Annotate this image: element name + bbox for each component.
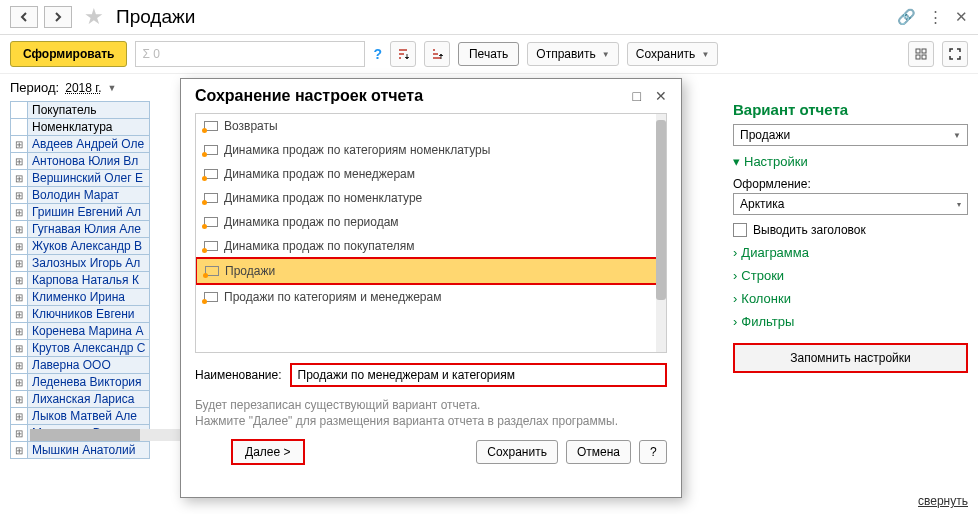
table-row[interactable]: Ключников Евгени (28, 306, 150, 323)
horizontal-scrollbar[interactable] (30, 429, 180, 441)
table-row[interactable]: Леденева Виктория (28, 374, 150, 391)
list-item[interactable]: Продажи по категориям и менеджерам (196, 285, 666, 309)
grid-icon-button[interactable] (908, 41, 934, 67)
table-row[interactable]: Карпова Наталья К (28, 272, 150, 289)
table-row[interactable]: Мышкин Анатолий (28, 442, 150, 459)
chevron-right-icon: › (733, 245, 737, 260)
diagram-section[interactable]: ›Диаграмма (733, 245, 968, 260)
table-row[interactable]: Вершинский Олег Е (28, 170, 150, 187)
list-item[interactable]: Динамика продаж по категориям номенклату… (196, 138, 666, 162)
list-item[interactable]: Динамика продаж по номенклатуре (196, 186, 666, 210)
chevron-right-icon: › (733, 291, 737, 306)
close-page-icon[interactable]: ✕ (955, 8, 968, 26)
table-row[interactable]: Лыков Матвей Але (28, 408, 150, 425)
svg-rect-0 (916, 49, 920, 53)
link-icon[interactable]: 🔗 (897, 8, 916, 26)
help-icon[interactable]: ? (373, 46, 382, 62)
expand-icon[interactable]: ⊞ (11, 323, 28, 340)
variant-select[interactable]: Продажи▼ (733, 124, 968, 146)
expand-icon[interactable]: ⊞ (11, 204, 28, 221)
maximize-icon[interactable]: □ (633, 88, 641, 104)
table-row[interactable]: Володин Марат (28, 187, 150, 204)
sigma-field[interactable]: Σ 0 (135, 41, 365, 67)
expand-icon[interactable]: ⊞ (11, 289, 28, 306)
period-value[interactable]: 2018 г. (65, 81, 101, 95)
chevron-right-icon: › (733, 314, 737, 329)
table-row[interactable]: Лиханская Лариса (28, 391, 150, 408)
report-icon (205, 266, 217, 276)
fullscreen-button[interactable] (942, 41, 968, 67)
chevron-down-icon: ▼ (602, 50, 610, 59)
generate-button[interactable]: Сформировать (10, 41, 127, 67)
forward-button[interactable] (44, 6, 72, 28)
list-item[interactable]: Возвраты (196, 114, 666, 138)
expand-icon[interactable]: ⊞ (11, 442, 28, 459)
vertical-scrollbar[interactable] (656, 114, 666, 352)
chevron-down-icon: ▼ (953, 131, 961, 140)
checkbox-icon (733, 223, 747, 237)
dialog-title: Сохранение настроек отчета (195, 87, 423, 105)
name-input[interactable]: Продажи по менеджерам и категориям (290, 363, 667, 387)
svg-rect-3 (922, 55, 926, 59)
expand-icon[interactable]: ⊞ (11, 340, 28, 357)
period-dropdown-icon[interactable]: ▼ (108, 83, 117, 93)
expand-icon[interactable]: ⊞ (11, 391, 28, 408)
table-row[interactable]: Залозных Игорь Ал (28, 255, 150, 272)
dialog-help-button[interactable]: ? (639, 440, 667, 464)
close-icon[interactable]: ✕ (655, 88, 667, 104)
table-row[interactable]: Гришин Евгений Ал (28, 204, 150, 221)
table-row[interactable]: Клименко Ирина (28, 289, 150, 306)
table-row[interactable]: Жуков Александр В (28, 238, 150, 255)
table-row[interactable]: Коренева Марина А (28, 323, 150, 340)
expand-icon[interactable]: ⊞ (11, 425, 28, 442)
favorite-icon[interactable]: ★ (84, 4, 104, 30)
expand-icon[interactable]: ⊞ (11, 238, 28, 255)
col-nomenclature: Номенклатура (28, 119, 150, 136)
warning-text: Будет перезаписан существующий вариант о… (195, 397, 667, 429)
table-row[interactable]: Антонова Юлия Вл (28, 153, 150, 170)
remember-settings-button[interactable]: Запомнить настройки (733, 343, 968, 373)
sort-asc-button[interactable] (390, 41, 416, 67)
report-icon (204, 169, 216, 179)
send-button[interactable]: Отправить▼ (527, 42, 618, 66)
expand-icon[interactable]: ⊞ (11, 255, 28, 272)
print-button[interactable]: Печать (458, 42, 519, 66)
list-item[interactable]: Продажи (195, 257, 660, 285)
save-dropdown-button[interactable]: Сохранить▼ (627, 42, 719, 66)
report-icon (204, 145, 216, 155)
report-icon (204, 193, 216, 203)
expand-icon[interactable]: ⊞ (11, 170, 28, 187)
back-button[interactable] (10, 6, 38, 28)
expand-icon[interactable]: ⊞ (11, 272, 28, 289)
report-icon (204, 217, 216, 227)
dialog-cancel-button[interactable]: Отмена (566, 440, 631, 464)
show-header-checkbox[interactable]: Выводить заголовок (733, 223, 968, 237)
sort-desc-button[interactable] (424, 41, 450, 67)
more-icon[interactable]: ⋮ (928, 8, 943, 26)
table-row[interactable]: Гугнавая Юлия Але (28, 221, 150, 238)
next-button[interactable]: Далее > (231, 439, 305, 465)
expand-icon[interactable]: ⊞ (11, 136, 28, 153)
period-label: Период: (10, 80, 59, 95)
list-item[interactable]: Динамика продаж по периодам (196, 210, 666, 234)
list-item[interactable]: Динамика продаж по менеджерам (196, 162, 666, 186)
table-row[interactable]: Авдеев Андрей Оле (28, 136, 150, 153)
expand-icon[interactable]: ⊞ (11, 374, 28, 391)
expand-icon[interactable]: ⊞ (11, 153, 28, 170)
expand-icon[interactable]: ⊞ (11, 357, 28, 374)
chevron-down-icon: ▼ (701, 50, 709, 59)
columns-section[interactable]: ›Колонки (733, 291, 968, 306)
settings-section[interactable]: ▾Настройки (733, 154, 968, 169)
dialog-save-button[interactable]: Сохранить (476, 440, 558, 464)
filters-section[interactable]: ›Фильтры (733, 314, 968, 329)
list-item[interactable]: Динамика продаж по покупателям (196, 234, 666, 258)
style-select[interactable]: Арктика▾ (733, 193, 968, 215)
expand-icon[interactable]: ⊞ (11, 187, 28, 204)
table-row[interactable]: Крутов Александр С (28, 340, 150, 357)
expand-icon[interactable]: ⊞ (11, 221, 28, 238)
table-row[interactable]: Лаверна ООО (28, 357, 150, 374)
collapse-link[interactable]: свернуть (918, 494, 968, 508)
expand-icon[interactable]: ⊞ (11, 306, 28, 323)
rows-section[interactable]: ›Строки (733, 268, 968, 283)
expand-icon[interactable]: ⊞ (11, 408, 28, 425)
